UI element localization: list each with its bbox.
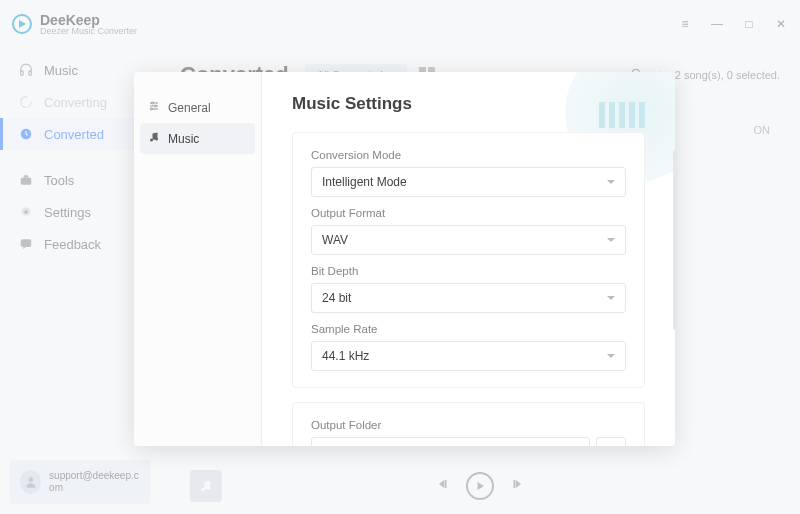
field-label-sample-rate: Sample Rate [311, 323, 626, 335]
modal-tab-label: Music [168, 132, 199, 146]
sample-rate-dropdown[interactable]: 44.1 kHz [311, 341, 626, 371]
modal-scrollbar[interactable] [673, 150, 677, 330]
svg-point-25 [155, 138, 158, 141]
output-folder-field[interactable]: C:\Users\ Documents\DeeKeep [311, 437, 590, 446]
conversion-mode-dropdown[interactable]: Intelligent Mode [311, 167, 626, 197]
browse-folder-button[interactable]: ... [596, 437, 626, 446]
field-label-bit-depth: Bit Depth [311, 265, 626, 277]
modal-sidebar: General Music [134, 72, 262, 446]
svg-point-22 [155, 105, 157, 107]
field-label-conversion-mode: Conversion Mode [311, 149, 626, 161]
bit-depth-dropdown[interactable]: 24 bit [311, 283, 626, 313]
svg-point-23 [151, 108, 153, 110]
field-label-output-format: Output Format [311, 207, 626, 219]
output-format-dropdown[interactable]: WAV [311, 225, 626, 255]
audio-settings-panel: Conversion Mode Intelligent Mode Output … [292, 132, 645, 388]
music-note-icon [148, 131, 160, 146]
sliders-icon [148, 100, 160, 115]
modal-tab-music[interactable]: Music [140, 123, 255, 154]
modal-tab-general[interactable]: General [134, 92, 261, 123]
field-label-output-folder: Output Folder [311, 419, 626, 431]
svg-point-24 [150, 139, 153, 142]
settings-modal: General Music ✕ Music Settings Conversio… [134, 72, 675, 446]
output-folder-panel: Output Folder C:\Users\ Documents\DeeKee… [292, 402, 645, 446]
modal-tab-label: General [168, 101, 211, 115]
svg-point-21 [152, 102, 154, 104]
